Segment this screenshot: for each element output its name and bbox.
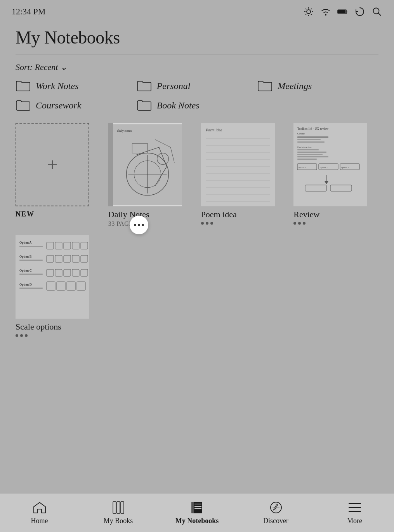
discover-icon [269,501,283,515]
my-notebooks-icon [190,501,204,515]
home-icon [33,501,47,515]
review-title: Review [293,209,378,220]
nav-my-notebooks-label: My Notebooks [175,517,219,525]
svg-text:Generic: Generic [297,133,305,135]
folder-item-book-notes[interactable]: Book Notes [137,99,258,111]
svg-text:Fun interaction: Fun interaction [297,146,312,148]
svg-line-13 [378,13,381,16]
refresh-icon[interactable] [354,6,365,17]
new-notebook-label: NEW [16,210,101,218]
svg-rect-11 [338,10,346,13]
svg-rect-77 [19,288,43,289]
svg-line-7 [311,9,312,9]
svg-text:option 3: option 3 [341,166,349,169]
svg-rect-82 [113,502,116,513]
svg-text:daily notes: daily notes [117,129,132,133]
new-notebook-plus-icon: + [47,155,57,174]
brightness-icon[interactable] [303,6,314,17]
review-thumbnail: Toolkits 1.6 - UX review Generic Fun int… [293,123,367,206]
svg-rect-56 [19,246,43,247]
svg-rect-37 [297,141,325,143]
folder-item-coursework[interactable]: Coursework [16,99,137,111]
svg-rect-54 [16,235,89,319]
review-info: Review [293,209,378,225]
poem-idea-dots-menu[interactable] [201,222,286,225]
nav-home-label: Home [31,517,48,525]
svg-rect-42 [297,156,328,157]
svg-rect-35 [297,136,328,138]
daily-notes-card[interactable]: daily notes [108,123,182,206]
folder-icon [137,99,151,111]
daily-notes-thumbnail: daily notes [113,123,182,206]
poem-idea-notebook[interactable]: Poem idea Poem idea [201,123,286,227]
poem-idea-thumbnail: Poem idea [201,123,275,206]
svg-rect-32 [293,123,367,206]
svg-rect-41 [297,154,323,155]
new-notebook-item[interactable]: + NEW [16,123,101,227]
scale-options-dots-menu[interactable] [16,334,89,337]
nav-home[interactable]: Home [0,501,79,525]
svg-text:option 2: option 2 [320,166,328,169]
page-header: My Notebooks [0,23,394,48]
my-books-icon [111,501,125,515]
svg-rect-20 [201,123,275,206]
wifi-icon [320,6,331,17]
review-notebook[interactable]: Toolkits 1.6 - UX review Generic Fun int… [293,123,378,227]
folder-item-work-notes[interactable]: Work Notes [16,80,137,92]
svg-line-5 [305,9,306,9]
svg-rect-40 [297,152,326,153]
review-dots-menu[interactable] [293,222,378,225]
svg-text:Option C: Option C [19,269,32,272]
daily-notes-notebook[interactable]: daily notes Daily Notes 33 Pages [108,123,193,227]
svg-text:Option A: Option A [19,241,32,244]
svg-text:Poem idea: Poem idea [205,128,222,132]
sort-bar[interactable]: Sort: Recent ⌄ [0,54,394,80]
nav-discover-label: Discover [263,517,288,525]
svg-rect-86 [191,502,194,513]
scale-options-notebook[interactable]: Option A Option B Option C [16,235,89,337]
folder-name-personal: Personal [157,81,191,91]
notebooks-grid: + NEW daily notes [0,111,394,227]
scale-options-card[interactable]: Option A Option B Option C [16,235,89,319]
daily-notes-dots-menu[interactable] [130,216,148,234]
scale-options-title: Scale options [16,322,89,332]
new-notebook-card[interactable]: + [16,123,89,206]
status-bar: 12:34 PM [0,0,394,23]
battery-icon [337,6,348,17]
nav-my-notebooks[interactable]: My Notebooks [158,501,236,525]
folder-icon [257,80,272,92]
daily-notes-title: Daily Notes [108,209,193,220]
svg-text:Option B: Option B [19,255,32,258]
nav-more[interactable]: More [315,501,394,525]
svg-rect-84 [121,502,124,513]
more-icon [348,501,362,515]
nav-discover[interactable]: Discover [236,501,315,525]
bottom-nav: Home My Books My Notebooks [0,493,394,532]
folder-item-meetings[interactable]: Meetings [257,80,378,92]
poem-idea-card[interactable]: Poem idea [201,123,275,206]
folder-item-personal[interactable]: Personal [137,80,258,92]
nav-more-label: More [347,517,362,525]
svg-rect-63 [19,260,43,261]
sort-button[interactable]: Sort: Recent ⌄ [16,62,67,72]
folders-section: Work Notes Personal Meetings Coursework … [0,80,394,111]
notebooks-row2: Option A Option B Option C [0,227,394,337]
svg-text:option 1: option 1 [299,166,306,169]
daily-notes-info: Daily Notes 33 Pages [108,209,193,227]
svg-text:Toolkits 1.6 - UX review: Toolkits 1.6 - UX review [297,127,328,131]
folder-name-work-notes: Work Notes [36,81,78,91]
status-icons [303,6,382,17]
svg-rect-36 [297,139,321,140]
folder-icon [137,80,151,92]
svg-point-0 [307,10,311,14]
folder-name-meetings: Meetings [278,81,312,91]
svg-rect-39 [297,149,319,150]
search-icon[interactable] [371,6,382,17]
nav-my-books[interactable]: My Books [79,501,158,525]
folder-name-coursework: Coursework [36,100,81,111]
daily-notes-pages: 33 Pages [108,220,193,227]
review-card[interactable]: Toolkits 1.6 - UX review Generic Fun int… [293,123,367,206]
nav-my-books-label: My Books [104,517,133,525]
poem-idea-title: Poem idea [201,209,286,220]
poem-idea-info: Poem idea [201,209,286,225]
